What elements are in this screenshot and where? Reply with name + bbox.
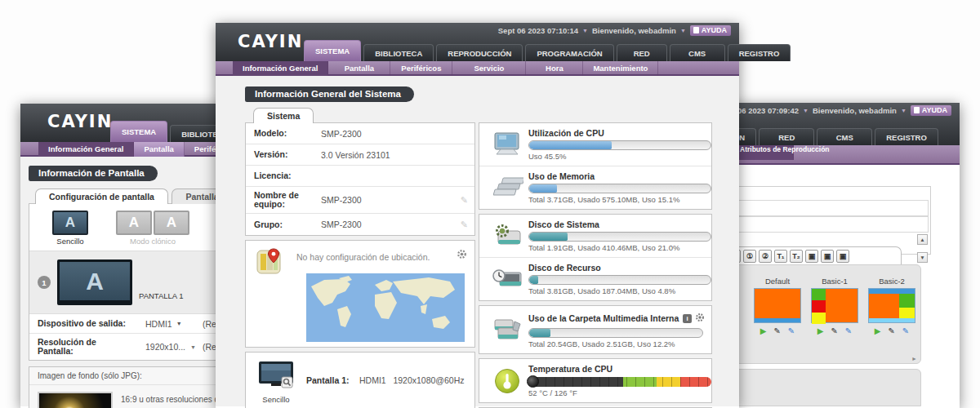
attributes-list-panel: ▲ ▼ (731, 186, 931, 255)
stat-title: Uso de la Carpeta Multimedia Interna (528, 313, 679, 323)
subtab-informacion-general[interactable]: Información General (38, 142, 134, 157)
tab-biblioteca[interactable]: BIBLIOTECA (363, 44, 434, 61)
info-icon[interactable]: i (683, 314, 692, 323)
skin-basic2-thumbnail[interactable] (868, 288, 915, 323)
memory-progress-bar (528, 184, 711, 193)
cpu-memory-panel: Utilización de CPU Uso 45.5% Uso de Memo… (479, 122, 712, 210)
edit-pencil-icon[interactable]: ✎ (461, 220, 468, 230)
skin-tool-icon[interactable]: ▣ (821, 250, 834, 263)
chevron-down-icon[interactable]: ▼ (901, 108, 906, 113)
chevron-down-icon[interactable]: ▼ (680, 28, 686, 33)
tab-configuracion-de-pantalla[interactable]: Configuración de pantalla (35, 188, 168, 204)
single-monitor-icon: A (52, 211, 88, 235)
screen-number-badge: 1 (38, 276, 51, 289)
text-2-icon[interactable]: T₂ (790, 250, 803, 263)
chevron-down-icon[interactable]: ▼ (803, 108, 808, 113)
tab-red[interactable]: RED (617, 44, 667, 61)
temperature-panel: Temperatura de CPU 52 °C / 126 °F (479, 358, 712, 403)
media-folder-icon (486, 311, 528, 348)
tab-sistema[interactable]: SISTEMA (304, 40, 361, 61)
text-1-icon[interactable]: T₁ (774, 250, 787, 263)
datetime: Sept 06 2023 07:10:14 (498, 26, 578, 35)
pencil-icon[interactable]: ✎ (773, 326, 780, 335)
background-image-thumbnail[interactable] (38, 392, 113, 408)
chevron-down-icon[interactable]: ▼ (190, 344, 196, 350)
tab-registro[interactable]: REGISTRO (728, 44, 791, 61)
subtab-atributos-de-reproduccion[interactable]: Atributos de Reproducción (730, 145, 794, 160)
skin-default-thumbnail[interactable] (754, 288, 801, 323)
skin-tool-icon[interactable]: ▣ (805, 250, 818, 263)
scroll-up-button[interactable]: ▲ (917, 234, 928, 245)
field-value: SMP-2300 (321, 195, 362, 205)
play-icon[interactable]: ▶ (760, 326, 767, 335)
disks-panel: Disco de Sistema Total 1.91GB, Usado 410… (479, 214, 712, 301)
right-subbar: Atributos de Reproducción (719, 145, 960, 165)
tab-cms[interactable]: CMS (817, 128, 872, 145)
subtab-servicio[interactable]: Servicio (452, 61, 526, 76)
scroll-right-icon[interactable]: ► (911, 356, 917, 361)
tab-sistema-sheet[interactable]: Sistema (253, 108, 314, 123)
mode-clone-label: Modo clónico (116, 237, 189, 246)
center-topbar: Sept 06 2023 07:10:14 ▼ Bienvenido, weba… (216, 23, 739, 61)
subtab-informacion-general[interactable]: Información General (233, 61, 328, 76)
map-location-icon (256, 247, 283, 278)
edit-blue-icon[interactable]: ✎ (788, 326, 795, 335)
skin-tool-icon[interactable]: ① (743, 250, 756, 263)
edit-blue-icon[interactable]: ✎ (845, 326, 852, 335)
edit-pencil-icon[interactable]: ✎ (461, 195, 468, 206)
resolution-select[interactable]: 1920x10... (145, 342, 185, 352)
cayin-logo: CAYIN (238, 32, 303, 51)
tab-cms[interactable]: CMS (670, 44, 725, 61)
play-icon[interactable]: ▶ (875, 326, 881, 335)
system-disk-icon (486, 220, 528, 252)
subtab-pantalla[interactable]: Pantalla (328, 61, 390, 76)
edit-blue-icon[interactable]: ✎ (902, 326, 909, 335)
skin-default[interactable]: Default ▶ ✎ ✎ (754, 277, 801, 335)
gear-icon[interactable] (457, 248, 467, 263)
skin-name: Basic-1 (811, 277, 858, 286)
mode-single-label: Sencillo (52, 237, 88, 246)
pencil-icon[interactable]: ✎ (888, 326, 894, 335)
resource-disk-icon (486, 263, 528, 295)
output-device-select[interactable]: HDMI1 (145, 319, 172, 329)
pencil-icon[interactable]: ✎ (831, 326, 837, 335)
skin-tool-icon[interactable]: ▣ (836, 250, 849, 263)
display-mode-label: Sencillo (257, 395, 295, 404)
subtab-perifericos[interactable]: Periféricos (390, 61, 452, 76)
welcome-user: Bienvenido, webadmin (813, 106, 897, 115)
scroll-down-button[interactable]: ▼ (917, 252, 928, 263)
monitor-zoom-icon[interactable] (257, 380, 295, 394)
tab-red[interactable]: RED (759, 128, 814, 145)
tab-programacion[interactable]: PROGRAMACIÓN (525, 44, 613, 61)
skin-name: Default (754, 277, 801, 286)
help-button[interactable]: AYUDA (690, 25, 731, 36)
play-icon[interactable]: ▶ (817, 326, 824, 335)
tab-registro[interactable]: REGISTRO (875, 128, 938, 145)
skin-basic-1[interactable]: Basic-1 ▶ ✎ ✎ (811, 277, 858, 335)
subtab-mantenimiento[interactable]: Mantenimiento (583, 61, 658, 76)
tab-sistema[interactable]: SISTEMA (110, 121, 167, 142)
stat-caption: Total 20.54GB, Usado 2.51GB, Uso 12.2% (528, 339, 705, 348)
help-button[interactable]: AYUDA (911, 105, 951, 116)
attribute-row[interactable] (735, 200, 929, 216)
chevron-down-icon[interactable]: ▼ (582, 28, 588, 33)
chevron-down-icon[interactable]: ▼ (176, 321, 182, 326)
skin-basic-2[interactable]: Basic-2 ▶ ✎ ✎ (868, 277, 915, 335)
screen-1-monitor[interactable]: A (57, 259, 132, 305)
skin-basic1-thumbnail[interactable] (811, 288, 858, 323)
skin-tool-icon[interactable]: ② (759, 250, 772, 263)
mode-single[interactable]: A Sencillo (52, 211, 88, 246)
mode-clone[interactable]: A A Modo clónico (116, 211, 189, 246)
lower-panel (724, 369, 921, 406)
field-label: Grupo: (254, 220, 321, 229)
subtab-pantalla[interactable]: Pantalla (134, 142, 184, 157)
tab-reproduccion[interactable]: REPRODUCCIÓN (436, 44, 523, 61)
gauge-knob[interactable] (527, 375, 539, 388)
attribute-row[interactable] (735, 216, 929, 233)
gear-icon[interactable] (695, 311, 705, 326)
world-map[interactable] (306, 273, 465, 345)
subtab-hora[interactable]: Hora (526, 61, 583, 76)
field-label: Nombre de equipo: (254, 191, 321, 209)
temperature-gauge[interactable] (528, 377, 711, 387)
media-folder-progress-bar (528, 328, 703, 338)
